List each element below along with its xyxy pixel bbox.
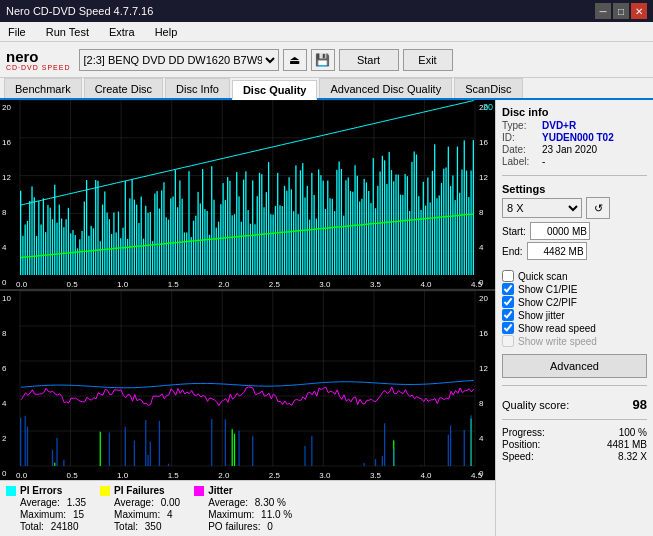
show-read-speed-row: Show read speed [502,322,647,334]
show-c1-checkbox[interactable] [502,283,514,295]
show-read-speed-label: Show read speed [518,323,596,334]
start-mb-label: Start: [502,226,526,237]
minimize-button[interactable]: ─ [595,3,611,19]
quick-scan-checkbox[interactable] [502,270,514,282]
save-button[interactable]: 💾 [311,49,335,71]
position-label: Position: [502,439,540,450]
tab-advanced-disc-quality[interactable]: Advanced Disc Quality [319,78,452,98]
date-value: 23 Jan 2020 [542,144,597,155]
disc-info-section: Disc info Type: DVD+R ID: YUDEN000 T02 D… [502,106,647,168]
disc-info-title: Disc info [502,106,647,118]
checkboxes-section: Quick scan Show C1/PIE Show C2/PIF Show … [502,270,647,348]
pi-failures-total: Total: 350 [100,521,180,532]
tab-benchmark[interactable]: Benchmark [4,78,82,98]
pi-errors-color [6,486,16,496]
speed-value: 8.32 X [618,451,647,462]
show-c1-label: Show C1/PIE [518,284,577,295]
drive-select[interactable]: [2:3] BENQ DVD DD DW1620 B7W9 [79,49,279,71]
position-value: 4481 MB [607,439,647,450]
show-read-speed-checkbox[interactable] [502,322,514,334]
jitter-legend: Jitter Average: 8.30 % Maximum: 11.0 % P… [194,485,292,532]
speed-row-prog: Speed: 8.32 X [502,451,647,462]
progress-value: 100 % [619,427,647,438]
type-label: Type: [502,120,538,131]
pi-failures-avg: Average: 0.00 [100,497,180,508]
tab-disc-info[interactable]: Disc Info [165,78,230,98]
pi-errors-total: Total: 24180 [6,521,86,532]
tab-scan-disc[interactable]: ScanDisc [454,78,522,98]
eject-button[interactable]: ⏏ [283,49,307,71]
menu-file[interactable]: File [4,24,30,40]
tab-create-disc[interactable]: Create Disc [84,78,163,98]
pi-errors-max: Maximum: 15 [6,509,86,520]
show-c2-checkbox[interactable] [502,296,514,308]
toolbar: nero CD·DVD SPEED [2:3] BENQ DVD DD DW16… [0,42,653,78]
show-jitter-row: Show jitter [502,309,647,321]
close-button[interactable]: ✕ [631,3,647,19]
quick-scan-row: Quick scan [502,270,647,282]
pi-errors-avg: Average: 1.35 [6,497,86,508]
right-panel: Disc info Type: DVD+R ID: YUDEN000 T02 D… [495,100,653,536]
id-label: ID: [502,132,538,143]
tab-disc-quality[interactable]: Disc Quality [232,80,318,100]
start-button[interactable]: Start [339,49,399,71]
menu-help[interactable]: Help [151,24,182,40]
show-write-speed-row: Show write speed [502,335,647,347]
date-row: Date: 23 Jan 2020 [502,144,647,155]
position-row: Position: 4481 MB [502,439,647,450]
bottom-chart [0,291,495,480]
settings-title: Settings [502,183,647,195]
top-chart-canvas [0,100,495,289]
show-write-speed-checkbox[interactable] [502,335,514,347]
main-content: 20 PI Errors Average: 1.35 Maximum: 15 [0,100,653,536]
speed-select[interactable]: 8 X [502,198,582,218]
pi-failures-legend: PI Failures Average: 0.00 Maximum: 4 Tot… [100,485,180,532]
exit-button[interactable]: Exit [403,49,453,71]
refresh-button[interactable]: ↺ [586,197,610,219]
progress-section: Progress: 100 % Position: 4481 MB Speed:… [502,427,647,463]
pi-failures-color [100,486,110,496]
menubar: File Run Test Extra Help [0,22,653,42]
show-jitter-checkbox[interactable] [502,309,514,321]
pi-failures-max: Maximum: 4 [100,509,180,520]
type-value: DVD+R [542,120,576,131]
date-label: Date: [502,144,538,155]
show-c2-row: Show C2/PIF [502,296,647,308]
nero-logo: nero CD·DVD SPEED [6,49,71,71]
pi-failures-title: PI Failures [100,485,180,496]
progress-label: Progress: [502,427,545,438]
end-mb-input[interactable] [527,242,587,260]
progress-row: Progress: 100 % [502,427,647,438]
show-jitter-label: Show jitter [518,310,565,321]
show-c1-row: Show C1/PIE [502,283,647,295]
pi-errors-legend: PI Errors Average: 1.35 Maximum: 15 Tota… [6,485,86,532]
titlebar-title: Nero CD-DVD Speed 4.7.7.16 [6,5,153,17]
chart-column: 20 PI Errors Average: 1.35 Maximum: 15 [0,100,495,536]
jitter-max: Maximum: 11.0 % [194,509,292,520]
advanced-button[interactable]: Advanced [502,354,647,378]
speed-row: 8 X ↺ [502,197,647,219]
top-chart: 20 [0,100,495,291]
nero-logo-sub: CD·DVD SPEED [6,64,71,71]
end-mb-label: End: [502,246,523,257]
menu-run-test[interactable]: Run Test [42,24,93,40]
jitter-color [194,486,204,496]
jitter-avg: Average: 8.30 % [194,497,292,508]
speed-label: Speed: [502,451,534,462]
settings-section: Settings 8 X ↺ Start: End: [502,183,647,262]
disc-label-value: - [542,156,545,167]
window-controls: ─ □ ✕ [595,3,647,19]
disc-label-row: Label: - [502,156,647,167]
quality-score-label: Quality score: [502,399,569,411]
bottom-chart-canvas [0,291,495,480]
start-mb-input[interactable] [530,222,590,240]
tabs: Benchmark Create Disc Disc Info Disc Qua… [0,78,653,100]
show-write-speed-label: Show write speed [518,336,597,347]
start-mb-row: Start: [502,222,647,240]
menu-extra[interactable]: Extra [105,24,139,40]
legend-area: PI Errors Average: 1.35 Maximum: 15 Tota… [0,480,495,536]
pi-errors-title: PI Errors [6,485,86,496]
titlebar: Nero CD-DVD Speed 4.7.7.16 ─ □ ✕ [0,0,653,22]
jitter-po-failures: PO failures: 0 [194,521,292,532]
maximize-button[interactable]: □ [613,3,629,19]
